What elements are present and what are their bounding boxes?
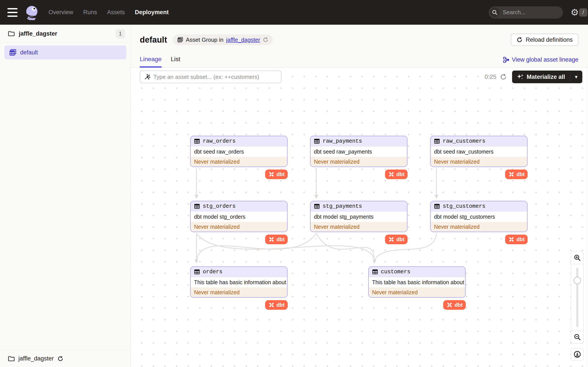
search-shortcut-key: /: [579, 8, 587, 17]
dbt-badge-label: dbt: [277, 302, 285, 308]
node-description: dbt model stg_orders: [191, 211, 287, 222]
node-status: Never materialized: [431, 222, 527, 232]
main-panel: default Asset Group in jaffle_dagster Re…: [131, 25, 588, 367]
refresh-graph-icon[interactable]: [500, 73, 507, 80]
zoom-out-button[interactable]: [571, 331, 584, 343]
node-description: dbt model stg_customers: [431, 211, 527, 222]
node-name: stg_payments: [323, 203, 362, 209]
lineage-canvas[interactable]: 0:25 Materialize all ▾: [131, 68, 588, 367]
node-status: Never materialized: [369, 287, 465, 297]
asset-node-stg_customers[interactable]: stg_customers dbt model stg_customers Ne…: [430, 201, 528, 244]
reload-repo-icon[interactable]: [57, 356, 63, 362]
tab-lineage[interactable]: Lineage: [140, 56, 162, 67]
asset-subset-icon: [144, 74, 150, 80]
nav-items: Overview Runs Assets Deployment: [49, 9, 169, 16]
reload-definitions-label: Reload definitions: [526, 36, 573, 43]
node-name: raw_customers: [443, 138, 485, 144]
repo-name: jaffle_dagster: [19, 30, 57, 37]
node-description: dbt seed raw_payments: [311, 146, 407, 157]
dbt-badge: dbt: [265, 300, 288, 310]
sidebar-repo-header[interactable]: jaffle_dagster 1: [0, 25, 130, 43]
dbt-badge-label: dbt: [455, 302, 463, 308]
dbt-badge: dbt: [443, 300, 466, 310]
zoom-slider-handle[interactable]: [574, 277, 581, 284]
node-name: raw_orders: [203, 138, 236, 144]
dagster-logo-icon[interactable]: [25, 5, 40, 20]
table-icon: [314, 203, 320, 209]
node-name: orders: [203, 269, 223, 275]
sparkle-icon: [517, 74, 523, 80]
folder-icon: [8, 30, 15, 37]
download-image-button[interactable]: [571, 348, 584, 361]
menu-hamburger-icon[interactable]: [8, 8, 19, 17]
dbt-badge-label: dbt: [517, 171, 525, 177]
materialize-dropdown-caret[interactable]: ▾: [570, 71, 582, 83]
dbt-badge: dbt: [385, 235, 407, 244]
search-input[interactable]: [500, 9, 579, 16]
node-description: dbt seed raw_customers: [431, 146, 527, 157]
node-status: Never materialized: [431, 157, 527, 167]
table-icon: [194, 203, 200, 209]
page-header: default Asset Group in jaffle_dagster Re…: [131, 25, 588, 68]
node-description: This table has basic information about .…: [369, 277, 465, 287]
asset-node-raw_payments[interactable]: raw_payments dbt seed raw_payments Never…: [310, 136, 407, 179]
node-status: Never materialized: [311, 222, 407, 232]
context-repo-link[interactable]: jaffle_dagster: [226, 36, 260, 43]
zoom-in-button[interactable]: [571, 251, 584, 264]
asset-node-stg_orders[interactable]: stg_orders dbt model stg_orders Never ma…: [190, 201, 288, 244]
sidebar-item-label: default: [20, 49, 38, 56]
dbt-badge: dbt: [385, 169, 407, 179]
table-icon: [194, 269, 200, 275]
refresh-icon[interactable]: [263, 37, 268, 43]
zoom-slider[interactable]: [571, 264, 584, 331]
settings-gear-icon[interactable]: ⚙: [571, 8, 579, 17]
node-description: dbt seed raw_orders: [191, 146, 287, 157]
tab-list[interactable]: List: [171, 56, 181, 67]
asset-node-orders[interactable]: orders This table has basic information …: [190, 266, 288, 310]
node-status: Never materialized: [191, 157, 287, 167]
dbt-badge: dbt: [265, 169, 288, 179]
asset-node-customers[interactable]: customers This table has basic informati…: [368, 266, 466, 310]
top-nav: Overview Runs Assets Deployment / ⚙: [0, 0, 588, 25]
sidebar: jaffle_dagster 1 default jaffle_dagster: [0, 25, 131, 367]
nav-item-overview[interactable]: Overview: [49, 9, 73, 16]
lineage-graph-icon: [503, 57, 509, 63]
nav-item-assets[interactable]: Assets: [107, 9, 125, 16]
dbt-badge: dbt: [505, 169, 528, 179]
dbt-logo-icon: [446, 302, 453, 308]
materialize-all-label: Materialize all: [527, 74, 565, 80]
asset-node-stg_payments[interactable]: stg_payments dbt model stg_payments Neve…: [310, 201, 407, 244]
sidebar-footer: jaffle_dagster: [0, 350, 130, 367]
reload-definitions-button[interactable]: Reload definitions: [511, 34, 578, 46]
node-name: stg_customers: [443, 203, 485, 209]
node-name: stg_orders: [203, 203, 236, 209]
dbt-badge-label: dbt: [277, 171, 285, 177]
zoom-controls: [571, 251, 584, 361]
view-global-asset-lineage-link[interactable]: View global asset lineage: [503, 56, 578, 67]
global-lineage-label: View global asset lineage: [512, 56, 578, 63]
asset-node-raw_customers[interactable]: raw_customers dbt seed raw_customers Nev…: [430, 136, 528, 179]
node-name: raw_payments: [323, 138, 362, 144]
dbt-logo-icon: [268, 171, 275, 178]
asset-subset-filter[interactable]: [140, 71, 282, 83]
reload-icon: [517, 37, 523, 43]
node-name: customers: [381, 269, 410, 275]
folder-icon: [8, 355, 15, 362]
dbt-logo-icon: [388, 236, 395, 243]
nav-item-runs[interactable]: Runs: [83, 9, 97, 16]
asset-group-icon: [9, 49, 17, 56]
context-prefix: Asset Group in: [186, 36, 224, 43]
dbt-badge-label: dbt: [396, 236, 405, 242]
dbt-logo-icon: [268, 302, 275, 308]
global-search[interactable]: /: [489, 6, 563, 18]
table-icon: [434, 138, 440, 144]
table-icon: [194, 138, 200, 144]
dbt-badge: dbt: [265, 235, 288, 244]
dbt-logo-icon: [508, 171, 515, 178]
materialize-all-button[interactable]: Materialize all ▾: [512, 71, 582, 83]
asset-subset-input[interactable]: [153, 74, 277, 80]
asset-node-raw_orders[interactable]: raw_orders dbt seed raw_orders Never mat…: [190, 136, 288, 179]
sidebar-item-default-group[interactable]: default: [4, 45, 126, 59]
node-status: Never materialized: [311, 157, 407, 167]
nav-item-deployment[interactable]: Deployment: [135, 9, 169, 16]
